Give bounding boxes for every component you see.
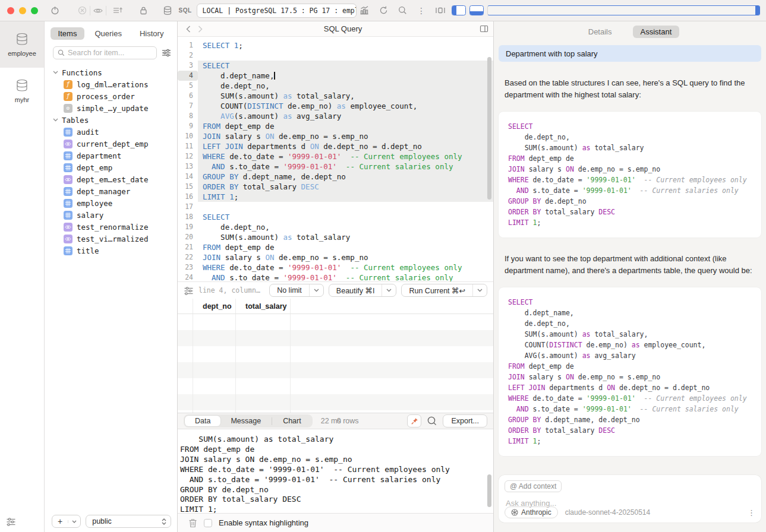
tree-item-salary[interactable]: salary	[53, 209, 177, 221]
editor-line-code[interactable]: AVG(s.amount) as avg_salary	[198, 111, 493, 121]
results-tab-message[interactable]: Message	[220, 416, 271, 426]
results-empty-row[interactable]	[178, 314, 493, 330]
editor-line-code[interactable]: JOIN salary s ON de.emp_no = s.emp_no	[198, 131, 493, 141]
tree-item-dept_manager[interactable]: dept_manager	[53, 185, 177, 197]
stop-query-icon[interactable]	[77, 4, 88, 18]
database-icon[interactable]	[162, 4, 173, 18]
message-scrollbar[interactable]	[487, 474, 491, 507]
pin-results-button[interactable]	[407, 414, 421, 428]
editor-line-code[interactable]	[198, 202, 493, 212]
tree-item-current_dept_emp[interactable]: current_dept_emp	[53, 138, 177, 150]
editor-line-code[interactable]: JOIN salary s ON de.emp_no = s.emp_no	[198, 252, 493, 262]
commit-changes-icon[interactable]	[112, 4, 123, 18]
run-current-button[interactable]: Run Current ⌘↩	[401, 284, 487, 297]
tree-section-tables[interactable]: Tables	[53, 114, 177, 126]
editor-line-code[interactable]: AND s.to_date = '9999-01-01' -- Current …	[198, 273, 493, 281]
message-panel[interactable]: SUM(s.amount) as total_salaryFROM dept_e…	[178, 429, 493, 513]
editor-line-code[interactable]: COUNT(DISTINCT de.emp_no) as employee_co…	[198, 101, 493, 111]
editor-line-code[interactable]: de.dept_no,	[198, 222, 493, 232]
editor-line-code[interactable]: FROM dept_emp de	[198, 242, 493, 252]
sql-editor[interactable]: 1SELECT 1;23SELECT4 d.dept_name,5 de.dep…	[178, 37, 493, 281]
row-number-gutter[interactable]	[178, 299, 193, 314]
sidebar-tab-history[interactable]: History	[132, 27, 171, 40]
add-item-chevron[interactable]	[68, 520, 80, 523]
chevron-down-icon[interactable]	[382, 284, 396, 296]
rail-item-employee[interactable]: employee	[0, 21, 44, 68]
sidebar-tab-queries[interactable]: Queries	[87, 27, 130, 40]
window-layout-icon[interactable]	[433, 4, 448, 18]
toggle-left-panel-button[interactable]	[452, 5, 466, 15]
add-item-button[interactable]: +	[52, 515, 81, 528]
row-limit-button[interactable]: No limit	[269, 284, 324, 297]
clear-messages-trash-icon[interactable]	[188, 518, 197, 528]
tree-item-dept_emest_date[interactable]: dept_em…est_date	[53, 173, 177, 185]
results-empty-row[interactable]	[178, 362, 493, 378]
tree-item-dept_emp[interactable]: dept_emp	[53, 162, 177, 173]
preview-eye-icon[interactable]	[93, 4, 103, 18]
editor-line-code[interactable]: d.dept_name,	[198, 71, 493, 81]
editor-line-code[interactable]: WHERE de.to_date = '9999-01-01' -- Curre…	[198, 262, 493, 273]
split-editor-icon[interactable]	[480, 25, 488, 33]
toggle-bottom-panel-button[interactable]	[469, 5, 484, 15]
rail-item-myhr[interactable]: myhr	[0, 68, 44, 114]
tree-item-test_virmalized[interactable]: test_vi…rmalized	[53, 233, 177, 245]
editor-line-code[interactable]: ORDER BY total_salary DESC	[198, 182, 493, 192]
editor-line-code[interactable]: SELECT	[198, 61, 493, 71]
tree-item-department[interactable]: department	[53, 150, 177, 162]
editor-line-code[interactable]: SUM(s.amount) as total_salary,	[198, 91, 493, 101]
tree-item-test_renormalize[interactable]: test_renormalize	[53, 221, 177, 233]
window-title-field[interactable]: LOCAL | PostgreSQL 17.5 : PG 17 : employ…	[197, 4, 357, 18]
tree-item-title[interactable]: title	[53, 245, 177, 256]
chevron-down-icon[interactable]	[309, 284, 323, 296]
editor-line-code[interactable]: SUM(s.amount) as total_salary	[198, 232, 493, 242]
results-empty-row[interactable]	[178, 394, 493, 410]
tree-item-log_dmlerations[interactable]: ƒlog_dml…erations	[53, 78, 177, 90]
search-icon[interactable]	[395, 4, 410, 18]
add-context-chip[interactable]: @ Add context	[505, 480, 562, 492]
schema-select[interactable]: public	[86, 515, 171, 528]
editor-line-code[interactable]	[198, 50, 493, 61]
nav-back-icon[interactable]	[182, 26, 194, 33]
tree-item-employee[interactable]: employee	[53, 197, 177, 209]
right-tab-details[interactable]: Details	[581, 26, 620, 38]
editor-line-code[interactable]: de.dept_no,	[198, 81, 493, 91]
search-results-icon[interactable]	[427, 416, 437, 426]
results-empty-row[interactable]	[178, 346, 493, 362]
editor-scrollbar[interactable]	[487, 57, 491, 200]
editor-line-code[interactable]: LIMIT 1;	[198, 192, 493, 202]
tree-item-simple_y_update[interactable]: ⚙simple_…y_update	[53, 102, 177, 114]
editor-settings-icon[interactable]	[184, 286, 194, 295]
item-search-input[interactable]: Search for item...	[53, 46, 157, 59]
editor-line-code[interactable]: SELECT 1;	[198, 40, 493, 50]
editor-line-code[interactable]: GROUP BY d.dept_name, de.dept_no	[198, 172, 493, 182]
conversation-title-banner[interactable]: Department with top salary	[499, 45, 761, 62]
results-empty-row[interactable]	[178, 378, 493, 394]
tree-item-process_order[interactable]: ƒprocess_order	[53, 90, 177, 102]
editor-line-code[interactable]: FROM dept_emp de	[198, 121, 493, 131]
beautify-button[interactable]: Beautify ⌘I	[329, 284, 397, 297]
column-header-dept_no[interactable]: dept_no	[193, 299, 236, 314]
zoom-window-button[interactable]	[31, 7, 38, 14]
refresh-icon[interactable]	[376, 4, 391, 18]
column-header-total_salary[interactable]: total_salary	[236, 299, 291, 314]
results-tab-chart[interactable]: Chart	[273, 416, 311, 426]
close-window-button[interactable]	[7, 7, 14, 14]
results-empty-row[interactable]	[178, 330, 493, 346]
model-name[interactable]: claude-sonnet-4-20250514	[565, 508, 650, 517]
more-options-icon[interactable]: ⋮	[414, 4, 429, 18]
minimize-window-button[interactable]	[19, 7, 26, 14]
sidebar-filter-icon[interactable]	[162, 49, 171, 57]
rail-filter-icon[interactable]	[6, 517, 16, 526]
results-tab-data[interactable]: Data	[185, 416, 220, 426]
chevron-down-icon[interactable]	[472, 284, 487, 296]
editor-line-code[interactable]: SELECT	[198, 212, 493, 222]
nav-forward-icon[interactable]	[194, 26, 206, 33]
lock-icon[interactable]	[138, 4, 149, 18]
chart-icon[interactable]	[357, 4, 372, 18]
export-button[interactable]: Export...	[443, 414, 487, 428]
provider-select[interactable]: Anthropic	[505, 506, 558, 518]
sidebar-tab-items[interactable]: Items	[51, 27, 85, 40]
right-tab-assistant[interactable]: Assistant	[633, 26, 680, 38]
composer-more-icon[interactable]: ⋮	[748, 508, 755, 517]
editor-line-code[interactable]: AND s.to_date = '9999-01-01' -- Current …	[198, 162, 493, 172]
